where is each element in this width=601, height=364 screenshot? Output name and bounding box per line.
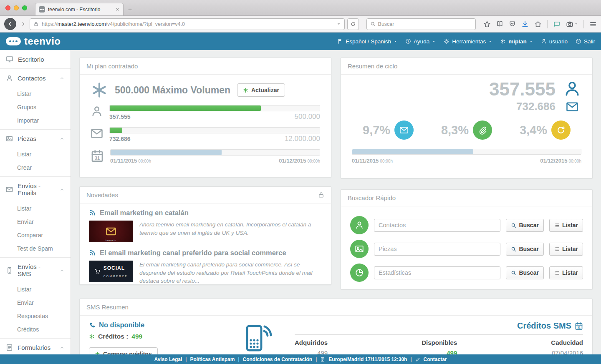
sidebar-section-piezas[interactable]: Piezas — [0, 129, 71, 148]
sidebar-item-sms-creditos[interactable]: Créditos — [0, 323, 71, 338]
footer-separator: | — [410, 356, 412, 362]
sidebar-item-sms-listar[interactable]: Listar — [0, 283, 71, 296]
period-start: 01/11/201500:00h — [110, 157, 151, 164]
sidebar-item-emails-test-spam[interactable]: Test de Spam — [0, 242, 71, 257]
close-window-button[interactable] — [5, 5, 10, 10]
chevron-up-icon[interactable] — [59, 75, 65, 81]
forward-button[interactable] — [19, 18, 27, 30]
cycle-emails-total: 732.686 — [489, 100, 556, 113]
sidebar-group-formularios: Formularios Listar — [0, 338, 71, 354]
reload-button[interactable] — [347, 18, 359, 30]
footer-link-politicas[interactable]: Políticas Antispam — [190, 356, 235, 362]
footer-link-contactar[interactable]: Contactar — [424, 356, 447, 362]
pieces-search-button[interactable]: Buscar — [506, 243, 543, 256]
sms-card: SMS Resumen No disponible Créditos : 499 — [79, 299, 593, 354]
plan-card: Mi plan contratado 500.000 Máximo Volume… — [79, 58, 331, 177]
browser-search-input[interactable] — [378, 21, 472, 27]
emails-max: 12.000.000 — [285, 135, 320, 143]
unlock-icon[interactable] — [318, 192, 324, 198]
footer-link-condiciones[interactable]: Condiciones de Contratación — [243, 356, 313, 362]
url-dropdown-icon[interactable] — [336, 22, 341, 26]
rss-icon — [89, 249, 96, 256]
pieces-list-button[interactable]: Listar — [549, 243, 583, 256]
chevron-up-icon[interactable] — [59, 268, 65, 273]
contacts-search-input[interactable] — [374, 219, 500, 232]
minimize-window-button[interactable] — [14, 5, 19, 10]
pocket-icon[interactable] — [509, 20, 516, 28]
sidebar-item-emails-comparar[interactable]: Comparar — [0, 228, 71, 242]
news-item-title[interactable]: Email marketing en catalán — [100, 209, 189, 217]
nav-help-menu[interactable]: Ayuda — [405, 38, 436, 45]
cycle-contacts-total: 357.555 — [489, 80, 556, 99]
url-text: https://master2.teenvio.com/v4/public/ho… — [42, 21, 333, 27]
contacts-bubble — [350, 216, 369, 234]
stats-search-input[interactable] — [374, 266, 500, 279]
screenshot-button[interactable] — [566, 20, 578, 28]
back-button[interactable] — [4, 18, 16, 30]
sidebar-section-envios-sms[interactable]: Envíos - SMS — [0, 257, 71, 283]
bounce-rate-stat: 3,4% — [520, 120, 571, 140]
sidebar-item-sms-enviar[interactable]: Enviar — [0, 296, 71, 309]
envelope-icon — [106, 226, 116, 237]
zoom-window-button[interactable] — [22, 5, 27, 10]
sidebar-section-envios-emails[interactable]: Envíos - Emails — [0, 176, 71, 202]
bookmark-star-icon[interactable] — [483, 20, 491, 28]
chevron-up-icon[interactable] — [59, 136, 65, 141]
teenvio-logo[interactable]: teenvio — [6, 35, 61, 47]
pie-chart-icon — [355, 268, 364, 277]
asterisk-icon — [243, 88, 248, 93]
hello-chat-icon[interactable] — [553, 20, 561, 28]
sidebar-item-piezas-crear[interactable]: Crear — [0, 161, 71, 176]
plan-asterisk-icon — [91, 81, 108, 99]
form-icon — [6, 344, 13, 351]
sidebar-label: Envíos - SMS — [18, 263, 55, 277]
sidebar-section-contactos[interactable]: Contactos — [0, 69, 71, 87]
stats-search-button[interactable]: Buscar — [506, 266, 543, 279]
chevron-up-icon[interactable] — [59, 187, 65, 192]
new-tab-button[interactable] — [124, 4, 136, 15]
nav-logout[interactable]: Salir — [576, 38, 595, 45]
tab-close-icon[interactable] — [115, 7, 120, 12]
browser-search-box[interactable] — [366, 18, 476, 30]
sidebar-item-contactos-grupos[interactable]: Grupos — [0, 100, 71, 114]
sidebar-item-emails-enviar[interactable]: Enviar — [0, 215, 71, 228]
contacts-list-button[interactable]: Listar — [549, 219, 583, 232]
sidebar-item-contactos-importar[interactable]: Importar — [0, 114, 71, 129]
news-thumbnail[interactable]: teenvio — [89, 221, 133, 242]
quick-search-row-piezas: Buscar Listar — [350, 240, 583, 258]
contacts-search-button[interactable]: Buscar — [506, 219, 543, 232]
nav-plan-menu[interactable]: miplan — [500, 38, 533, 45]
sidebar-section-formularios[interactable]: Formularios — [0, 338, 71, 354]
home-icon[interactable] — [534, 20, 542, 28]
sidebar-item-sms-respuestas[interactable]: Respuestas — [0, 309, 71, 323]
pieces-search-input[interactable] — [374, 243, 500, 256]
search-icon — [511, 223, 516, 228]
chevron-up-icon[interactable] — [59, 345, 65, 350]
nav-tools-menu[interactable]: Herramientas — [444, 38, 492, 45]
browser-tab[interactable]: teenvio.com - Escritorio — [35, 3, 124, 15]
user-icon — [91, 105, 103, 118]
period-progress-track — [110, 149, 320, 156]
thumb-text: SOCIAL — [104, 265, 125, 271]
downloads-icon[interactable] — [521, 20, 529, 28]
menu-icon[interactable] — [589, 20, 597, 28]
buy-credits-button[interactable]: Comprar créditos — [89, 347, 158, 354]
footer-link-aviso-legal[interactable]: Aviso Legal — [154, 356, 182, 362]
nav-language-menu[interactable]: Español / Spanish — [337, 38, 397, 45]
stats-list-button[interactable]: Listar — [549, 266, 583, 279]
stat-value: 3,4% — [520, 123, 547, 137]
news-thumbnail[interactable]: SOCIALCOMMERCE — [89, 261, 133, 282]
caret-down-icon — [488, 40, 492, 43]
news-item-title[interactable]: El email marketing canal preferido para … — [100, 249, 286, 257]
url-bar[interactable]: https://master2.teenvio.com/v4/public/ho… — [30, 18, 345, 30]
cycle-period-start: 01/11/201500:00h — [352, 157, 393, 164]
update-plan-button[interactable]: Actualizar — [237, 83, 285, 97]
sidebar-item-contactos-listar[interactable]: Listar — [0, 87, 71, 100]
teenvio-favicon — [39, 6, 45, 13]
period-meter: 01/11/201500:00h 01/12/201500:00h — [91, 149, 320, 164]
sidebar-item-piezas-listar[interactable]: Listar — [0, 148, 71, 161]
sidebar-item-escritorio[interactable]: Escritorio — [0, 50, 71, 69]
reading-list-icon[interactable] — [496, 20, 503, 28]
sidebar-item-emails-listar[interactable]: Listar — [0, 202, 71, 215]
nav-user[interactable]: usuario — [541, 38, 568, 45]
